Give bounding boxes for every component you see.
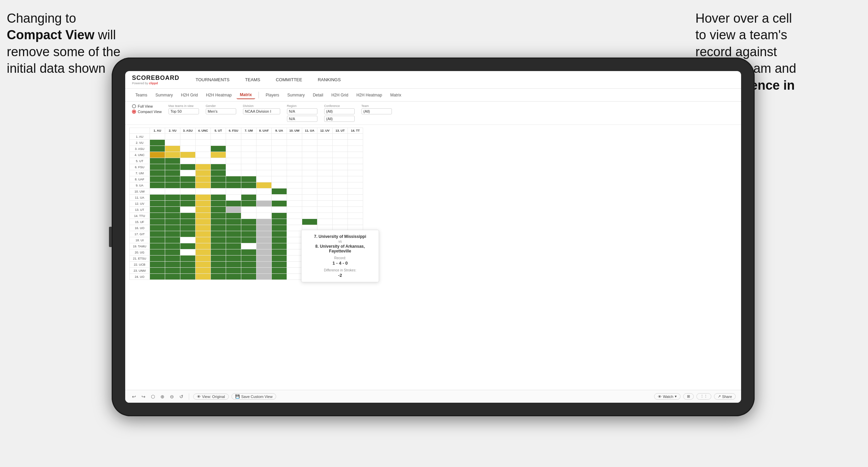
matrix-cell[interactable] bbox=[211, 231, 226, 237]
matrix-cell[interactable] bbox=[302, 182, 317, 188]
matrix-cell[interactable] bbox=[211, 152, 226, 158]
matrix-cell[interactable] bbox=[165, 146, 180, 152]
matrix-cell[interactable] bbox=[317, 195, 333, 201]
matrix-cell[interactable] bbox=[287, 231, 302, 237]
matrix-cell[interactable] bbox=[211, 249, 226, 255]
matrix-cell[interactable] bbox=[196, 146, 211, 152]
matrix-cell[interactable] bbox=[287, 182, 302, 188]
matrix-cell[interactable] bbox=[180, 134, 196, 140]
matrix-cell[interactable] bbox=[302, 164, 317, 170]
matrix-cell[interactable] bbox=[257, 207, 272, 213]
matrix-cell[interactable] bbox=[333, 140, 348, 146]
matrix-cell[interactable] bbox=[150, 182, 165, 188]
matrix-cell[interactable] bbox=[150, 158, 165, 164]
subnav-h2h-grid2[interactable]: H2H Grid bbox=[328, 91, 352, 99]
matrix-cell[interactable] bbox=[287, 152, 302, 158]
matrix-cell[interactable] bbox=[226, 164, 241, 170]
matrix-cell[interactable] bbox=[287, 170, 302, 176]
matrix-cell[interactable] bbox=[333, 146, 348, 152]
redo-icon[interactable]: ↪ bbox=[140, 393, 147, 400]
matrix-cell[interactable] bbox=[317, 182, 333, 188]
matrix-cell[interactable] bbox=[241, 182, 257, 188]
matrix-cell[interactable] bbox=[165, 274, 180, 280]
matrix-cell[interactable] bbox=[257, 140, 272, 146]
matrix-cell[interactable] bbox=[211, 219, 226, 225]
matrix-cell[interactable] bbox=[211, 146, 226, 152]
zoom-in-icon[interactable]: ⊕ bbox=[159, 393, 166, 400]
matrix-cell[interactable] bbox=[180, 207, 196, 213]
matrix-cell[interactable] bbox=[348, 152, 363, 158]
matrix-cell[interactable] bbox=[333, 207, 348, 213]
matrix-cell[interactable] bbox=[241, 152, 257, 158]
matrix-cell[interactable] bbox=[226, 243, 241, 249]
matrix-cell[interactable] bbox=[150, 213, 165, 219]
matrix-cell[interactable] bbox=[257, 152, 272, 158]
matrix-cell[interactable] bbox=[150, 134, 165, 140]
nav-tournaments[interactable]: TOURNAMENTS bbox=[193, 76, 232, 84]
matrix-cell[interactable] bbox=[241, 249, 257, 255]
share-button[interactable]: ↗ Share bbox=[714, 393, 736, 400]
matrix-cell[interactable] bbox=[257, 188, 272, 195]
matrix-cell[interactable] bbox=[211, 182, 226, 188]
matrix-cell[interactable] bbox=[333, 152, 348, 158]
matrix-cell[interactable] bbox=[150, 262, 165, 268]
matrix-cell[interactable] bbox=[180, 146, 196, 152]
matrix-cell[interactable] bbox=[165, 207, 180, 213]
matrix-cell[interactable] bbox=[272, 152, 287, 158]
matrix-cell[interactable] bbox=[241, 255, 257, 262]
matrix-cell[interactable] bbox=[302, 219, 317, 225]
matrix-cell[interactable] bbox=[226, 219, 241, 225]
matrix-cell[interactable] bbox=[211, 201, 226, 207]
matrix-cell[interactable] bbox=[333, 188, 348, 195]
matrix-cell[interactable] bbox=[287, 225, 302, 231]
matrix-cell[interactable] bbox=[226, 237, 241, 243]
matrix-cell[interactable] bbox=[317, 213, 333, 219]
matrix-cell[interactable] bbox=[333, 134, 348, 140]
matrix-cell[interactable] bbox=[333, 158, 348, 164]
matrix-cell[interactable] bbox=[272, 195, 287, 201]
matrix-cell[interactable] bbox=[211, 268, 226, 274]
matrix-cell[interactable] bbox=[272, 237, 287, 243]
matrix-cell[interactable] bbox=[211, 170, 226, 176]
matrix-cell[interactable] bbox=[226, 231, 241, 237]
matrix-cell[interactable] bbox=[287, 201, 302, 207]
matrix-cell[interactable] bbox=[150, 231, 165, 237]
matrix-cell[interactable] bbox=[196, 182, 211, 188]
matrix-cell[interactable] bbox=[348, 170, 363, 176]
zoom-out-icon[interactable]: ⊖ bbox=[169, 393, 175, 400]
matrix-cell[interactable] bbox=[333, 195, 348, 201]
full-view-radio[interactable] bbox=[132, 104, 136, 108]
matrix-cell[interactable] bbox=[226, 274, 241, 280]
subnav-detail[interactable]: Detail bbox=[309, 91, 327, 99]
matrix-cell[interactable] bbox=[257, 195, 272, 201]
matrix-cell[interactable] bbox=[180, 164, 196, 170]
matrix-cell[interactable] bbox=[257, 262, 272, 268]
matrix-cell[interactable] bbox=[196, 207, 211, 213]
refresh-icon[interactable]: ↺ bbox=[178, 393, 185, 400]
filter-conference-select2[interactable]: (All) bbox=[324, 116, 355, 122]
matrix-cell[interactable] bbox=[302, 146, 317, 152]
matrix-cell[interactable] bbox=[211, 140, 226, 146]
matrix-cell[interactable] bbox=[180, 188, 196, 195]
matrix-cell[interactable] bbox=[180, 268, 196, 274]
matrix-cell[interactable] bbox=[211, 274, 226, 280]
matrix-cell[interactable] bbox=[257, 182, 272, 188]
matrix-cell[interactable] bbox=[241, 164, 257, 170]
matrix-cell[interactable] bbox=[257, 213, 272, 219]
matrix-cell[interactable] bbox=[287, 134, 302, 140]
matrix-cell[interactable] bbox=[302, 158, 317, 164]
matrix-cell[interactable] bbox=[165, 176, 180, 182]
compact-view-option[interactable]: Compact View bbox=[132, 110, 162, 114]
matrix-cell[interactable] bbox=[257, 274, 272, 280]
matrix-cell[interactable] bbox=[211, 225, 226, 231]
matrix-cell[interactable] bbox=[226, 201, 241, 207]
matrix-cell[interactable] bbox=[272, 170, 287, 176]
matrix-cell[interactable] bbox=[241, 268, 257, 274]
matrix-cell[interactable] bbox=[272, 219, 287, 225]
filter-icon[interactable]: ⬡ bbox=[150, 393, 156, 400]
matrix-cell[interactable] bbox=[211, 262, 226, 268]
matrix-cell[interactable] bbox=[226, 188, 241, 195]
matrix-cell[interactable] bbox=[348, 146, 363, 152]
matrix-cell[interactable] bbox=[226, 195, 241, 201]
matrix-cell[interactable] bbox=[211, 243, 226, 249]
